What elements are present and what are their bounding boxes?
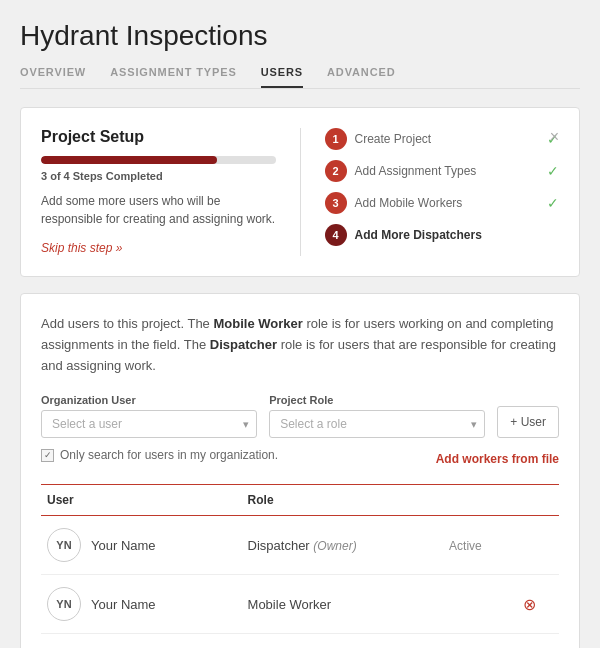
avatar-2: YN xyxy=(47,587,81,621)
page-title: Hydrant Inspections xyxy=(20,20,580,52)
select-role-wrapper[interactable]: Select a role xyxy=(269,410,485,438)
project-role-label: Project Role xyxy=(269,394,485,406)
setup-step-1: 1 Create Project ✓ xyxy=(325,128,560,150)
setup-description: Add some more users who will be responsi… xyxy=(41,192,276,228)
progress-bar xyxy=(41,156,276,164)
add-users-card: Add users to this project. The Mobile Wo… xyxy=(20,293,580,648)
nav-tabs: OVERVIEW ASSIGNMENT TYPES USERS ADVANCED xyxy=(20,66,580,89)
remove-user-icon[interactable]: ⊗ xyxy=(523,596,536,613)
org-search-checkbox-row[interactable]: Only search for users in my organization… xyxy=(41,448,278,462)
step-2-check: ✓ xyxy=(547,163,559,179)
org-user-label: Organization User xyxy=(41,394,257,406)
users-table: User Role YN Your Name Dispa xyxy=(41,484,559,634)
dispatcher-bold: Dispatcher xyxy=(210,337,277,352)
status-cell-2 xyxy=(443,575,517,634)
checkbox-add-workers-row: Only search for users in my organization… xyxy=(41,448,559,470)
user-cell-1: YN Your Name xyxy=(41,516,242,575)
user-name-1: Your Name xyxy=(91,538,156,553)
mobile-worker-bold: Mobile Worker xyxy=(213,316,302,331)
skip-link[interactable]: Skip this step » xyxy=(41,241,122,255)
setup-step-4: 4 Add More Dispatchers xyxy=(325,224,560,246)
project-role-group: Project Role Select a role xyxy=(269,394,485,438)
step-circle-2: 2 xyxy=(325,160,347,182)
setup-steps-list: 1 Create Project ✓ 2 Add Assignment Type… xyxy=(325,128,560,246)
table-row: YN Your Name Mobile Worker ⊗ xyxy=(41,575,559,634)
add-user-form-row: Organization User Select a user Project … xyxy=(41,394,559,438)
role-label-1: Dispatcher xyxy=(248,538,310,553)
select-user-input[interactable]: Select a user xyxy=(41,410,257,438)
role-label-2: Mobile Worker xyxy=(248,597,332,612)
tab-users[interactable]: USERS xyxy=(261,66,303,88)
org-search-checkbox[interactable] xyxy=(41,449,54,462)
users-description: Add users to this project. The Mobile Wo… xyxy=(41,314,559,376)
tab-assignment-types[interactable]: ASSIGNMENT TYPES xyxy=(110,66,237,88)
role-suffix-1: (Owner) xyxy=(313,539,356,553)
avatar-1: YN xyxy=(47,528,81,562)
setup-step-2: 2 Add Assignment Types ✓ xyxy=(325,160,560,182)
table-row: YN Your Name Dispatcher (Owner) Active xyxy=(41,516,559,575)
role-cell-1: Dispatcher (Owner) xyxy=(242,516,443,575)
step-2-label: Add Assignment Types xyxy=(355,164,540,178)
status-badge-1: Active xyxy=(449,539,482,553)
step-circle-4: 4 xyxy=(325,224,347,246)
user-cell-2: YN Your Name xyxy=(41,575,242,634)
steps-completed-text: 3 of 4 Steps Completed xyxy=(41,170,276,182)
column-role: Role xyxy=(242,485,443,516)
step-3-check: ✓ xyxy=(547,195,559,211)
tab-advanced[interactable]: ADVANCED xyxy=(327,66,396,88)
select-role-input[interactable]: Select a role xyxy=(269,410,485,438)
close-icon[interactable]: × xyxy=(550,128,559,146)
step-1-label: Create Project xyxy=(355,132,540,146)
column-user: User xyxy=(41,485,242,516)
status-cell-1: Active xyxy=(443,516,517,575)
column-actions xyxy=(517,485,559,516)
step-3-label: Add Mobile Workers xyxy=(355,196,540,210)
add-user-button[interactable]: + User xyxy=(497,406,559,438)
tab-overview[interactable]: OVERVIEW xyxy=(20,66,86,88)
user-name-2: Your Name xyxy=(91,597,156,612)
step-4-label: Add More Dispatchers xyxy=(355,228,560,242)
step-circle-1: 1 xyxy=(325,128,347,150)
table-header-row: User Role xyxy=(41,485,559,516)
setup-step-3: 3 Add Mobile Workers ✓ xyxy=(325,192,560,214)
org-search-label: Only search for users in my organization… xyxy=(60,448,278,462)
add-workers-from-file-link[interactable]: Add workers from file xyxy=(436,452,559,466)
step-circle-3: 3 xyxy=(325,192,347,214)
project-setup-card: Project Setup 3 of 4 Steps Completed Add… xyxy=(20,107,580,277)
select-user-wrapper[interactable]: Select a user xyxy=(41,410,257,438)
action-cell-2[interactable]: ⊗ xyxy=(517,575,559,634)
role-cell-2: Mobile Worker xyxy=(242,575,443,634)
column-status xyxy=(443,485,517,516)
setup-title: Project Setup xyxy=(41,128,276,146)
progress-fill xyxy=(41,156,217,164)
org-user-group: Organization User Select a user xyxy=(41,394,257,438)
action-cell-1 xyxy=(517,516,559,575)
